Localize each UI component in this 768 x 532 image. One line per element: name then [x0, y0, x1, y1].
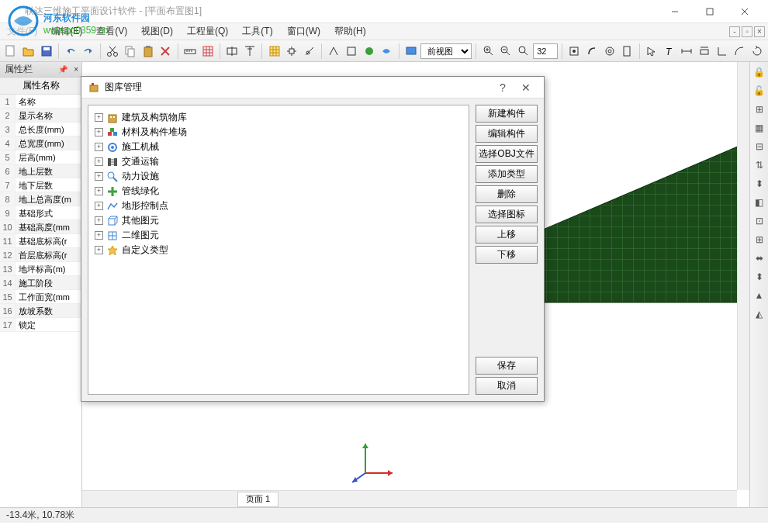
menu-window[interactable]: 窗口(W): [280, 23, 327, 40]
rt-4-icon[interactable]: ⇅: [752, 158, 766, 172]
rt-11-icon[interactable]: ▲: [752, 288, 766, 302]
zoom-input[interactable]: [533, 43, 558, 59]
dialog-button[interactable]: 下移: [476, 246, 538, 264]
panel-close-icon[interactable]: ×: [74, 65, 78, 74]
shape1-icon[interactable]: [326, 43, 342, 60]
rt-12-icon[interactable]: ◭: [752, 307, 766, 321]
menu-tools[interactable]: 工具(T): [235, 23, 279, 40]
mdi-restore-icon[interactable]: ▫: [742, 26, 752, 37]
dialog-button[interactable]: 编辑构件: [476, 125, 538, 143]
zoom-out-icon[interactable]: [498, 43, 514, 60]
expand-icon[interactable]: +: [95, 231, 103, 240]
dialog-button[interactable]: 上移: [476, 226, 538, 244]
tool-c-icon[interactable]: [601, 43, 618, 60]
property-row[interactable]: 7地下层数: [0, 178, 81, 192]
rt-5-icon[interactable]: ⬍: [752, 177, 766, 191]
menu-view[interactable]: 查看(V): [89, 23, 134, 40]
property-row[interactable]: 17锁定: [0, 318, 81, 332]
property-row[interactable]: 5层高(mm): [0, 150, 81, 164]
tree-item[interactable]: +材料及构件堆场: [92, 125, 465, 140]
property-row[interactable]: 2显示名称: [0, 109, 81, 123]
ruler-icon[interactable]: [182, 43, 199, 60]
dialog-button[interactable]: 选择OBJ文件: [476, 145, 538, 163]
dialog-button[interactable]: 添加类型: [476, 165, 538, 183]
menu-help[interactable]: 帮助(H): [327, 23, 373, 40]
property-row[interactable]: 13地坪标高(m): [0, 262, 81, 276]
minimize-button[interactable]: [657, 1, 692, 22]
tree-item[interactable]: +管线绿化: [92, 184, 465, 199]
grid-icon[interactable]: [199, 43, 216, 60]
property-row[interactable]: 15工作面宽(mm: [0, 290, 81, 304]
rt-1-icon[interactable]: ⊞: [752, 102, 766, 116]
property-row[interactable]: 3总长度(mm): [0, 123, 81, 136]
property-row[interactable]: 16放坡系数: [0, 304, 81, 318]
property-row[interactable]: 4总宽度(mm): [0, 136, 81, 150]
select-icon[interactable]: [644, 43, 660, 60]
property-row[interactable]: 9基础形式: [0, 206, 81, 220]
expand-icon[interactable]: +: [95, 143, 103, 151]
menu-file[interactable]: 文件(F): [0, 23, 44, 40]
pin-icon[interactable]: 📌: [58, 65, 67, 74]
dialog-close-icon[interactable]: ✕: [514, 81, 538, 94]
shape4-icon[interactable]: [379, 43, 395, 60]
save-icon[interactable]: [38, 43, 54, 60]
property-row[interactable]: 12首层底标高(r: [0, 248, 81, 262]
rt-10-icon[interactable]: ⬍: [752, 270, 766, 284]
text-icon[interactable]: T: [661, 43, 677, 60]
dim-a-icon[interactable]: [714, 43, 730, 60]
property-row[interactable]: 14施工阶段: [0, 276, 81, 290]
dialog-titlebar[interactable]: 图库管理 ? ✕: [81, 77, 544, 98]
menu-viewport[interactable]: 视图(D): [134, 23, 180, 40]
maximize-button[interactable]: [692, 1, 727, 22]
save-button[interactable]: 保存: [476, 357, 538, 375]
expand-icon[interactable]: +: [95, 157, 103, 166]
shape3-icon[interactable]: [361, 43, 377, 60]
expand-icon[interactable]: +: [95, 113, 103, 122]
dim-box-icon[interactable]: [697, 43, 713, 60]
property-row[interactable]: 1名称: [0, 95, 81, 109]
zoom-in-icon[interactable]: [480, 43, 496, 60]
menu-edit[interactable]: 编辑(E): [44, 23, 89, 40]
shape2-icon[interactable]: [344, 43, 360, 60]
rt-8-icon[interactable]: ⊞: [752, 233, 766, 247]
expand-icon[interactable]: +: [95, 187, 103, 195]
screen-icon[interactable]: [403, 43, 420, 60]
rt-3-icon[interactable]: ⊟: [752, 140, 766, 154]
snap2-icon[interactable]: [242, 43, 258, 60]
open-icon[interactable]: [21, 43, 37, 60]
expand-icon[interactable]: +: [95, 128, 103, 136]
redo-icon[interactable]: [81, 43, 97, 60]
expand-icon[interactable]: +: [95, 202, 103, 210]
cut-icon[interactable]: [105, 43, 121, 60]
undo-icon[interactable]: [63, 43, 79, 60]
expand-icon[interactable]: +: [95, 172, 103, 181]
tool-a-icon[interactable]: [566, 43, 583, 60]
tree-item[interactable]: +施工机械: [92, 140, 465, 154]
dim-h-icon[interactable]: [679, 43, 695, 60]
tree-item[interactable]: +自定义类型: [92, 243, 465, 257]
library-tree[interactable]: +建筑及构筑物库+材料及构件堆场+施工机械+交通运输+动力设施+管线绿化+地形控…: [88, 105, 469, 395]
unlock-icon[interactable]: 🔓: [752, 84, 766, 98]
property-row[interactable]: 10基础高度(mm: [0, 220, 81, 234]
rt-9-icon[interactable]: ⬌: [752, 251, 766, 265]
rt-6-icon[interactable]: ◧: [752, 195, 766, 209]
tree-item[interactable]: +建筑及构筑物库: [92, 110, 465, 125]
tool-b-icon[interactable]: [584, 43, 600, 60]
tree-item[interactable]: +地形控制点: [92, 199, 465, 213]
close-button[interactable]: [727, 1, 762, 22]
dialog-button[interactable]: 新建构件: [476, 105, 538, 123]
property-row[interactable]: 6地上层数: [0, 164, 81, 178]
zoom-fit-icon[interactable]: [516, 43, 532, 60]
rt-2-icon[interactable]: ▦: [752, 121, 766, 135]
lock-icon[interactable]: 🔒: [752, 65, 766, 79]
dialog-button[interactable]: 选择图标: [476, 206, 538, 223]
dim-rot-icon[interactable]: [749, 43, 766, 60]
menu-quantity[interactable]: 工程量(Q): [180, 23, 235, 40]
snap3-icon[interactable]: [284, 43, 300, 60]
delete-icon[interactable]: [157, 43, 174, 60]
expand-icon[interactable]: +: [95, 246, 103, 254]
tree-item[interactable]: +动力设施: [92, 169, 465, 184]
tree-item[interactable]: +交通运输: [92, 154, 465, 169]
dim-arc-icon[interactable]: [732, 43, 748, 60]
mdi-close-icon[interactable]: ×: [754, 26, 765, 37]
